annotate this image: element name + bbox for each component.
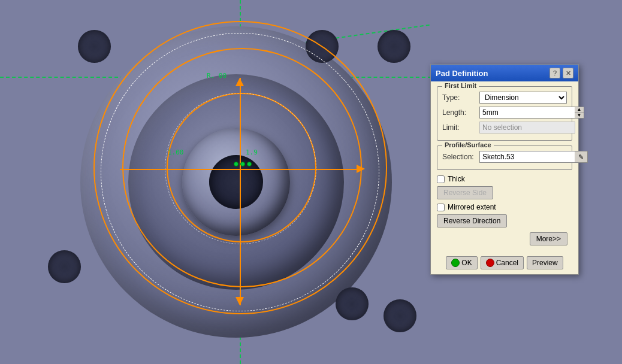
cad-dim-label-1: 1.00 <box>168 148 184 156</box>
mirrored-label: Mirrored extent <box>448 203 496 211</box>
selection-input[interactable] <box>479 151 575 163</box>
limit-label: Limit: <box>442 123 479 132</box>
length-label: Length: <box>442 108 479 117</box>
spinner-down-button[interactable]: ▼ <box>575 113 584 119</box>
cancel-button[interactable]: Cancel <box>481 256 524 269</box>
white-dashed-circle-2 <box>165 93 316 244</box>
profile-surface-group: Profile/Surface Selection: ✎ <box>437 145 572 170</box>
cad-dim-label-3: R. 00 <box>207 72 227 80</box>
limit-row: Limit: <box>442 122 567 134</box>
cancel-dot-icon <box>486 259 494 267</box>
more-btn-row: More>> <box>437 232 572 248</box>
dialog-titlebar: Pad Definition ? ✕ <box>431 65 578 81</box>
preview-button[interactable]: Preview <box>527 256 563 269</box>
length-spinner: ▲ ▼ <box>479 107 584 119</box>
cad-small-hole-6 <box>384 299 416 332</box>
pad-definition-dialog: Pad Definition ? ✕ First Limit Type: Dim… <box>430 64 579 275</box>
titlebar-buttons: ? ✕ <box>549 68 573 78</box>
help-button[interactable]: ? <box>549 68 560 78</box>
cad-small-hole-3 <box>378 30 410 63</box>
length-input[interactable] <box>479 107 575 119</box>
ok-button[interactable]: OK <box>446 256 477 269</box>
reverse-direction-button[interactable]: Reverse Direction <box>437 214 507 228</box>
dialog-title: Pad Definition <box>436 69 488 78</box>
more-button[interactable]: More>> <box>530 232 567 245</box>
dialog-content: First Limit Type: Dimension Up to Next U… <box>431 81 578 253</box>
selection-row: Selection: ✎ <box>442 151 567 163</box>
type-select[interactable]: Dimension Up to Next Up to Last Up to Pl… <box>479 92 567 104</box>
close-button[interactable]: ✕ <box>563 68 573 78</box>
cad-annotation <box>234 162 252 166</box>
limit-input <box>479 122 575 134</box>
spinner-controls: ▲ ▼ <box>575 107 584 119</box>
type-label: Type: <box>442 93 479 102</box>
mirrored-row: Mirrored extent <box>437 203 572 211</box>
cad-small-hole-1 <box>78 30 111 63</box>
type-row: Type: Dimension Up to Next Up to Last Up… <box>442 92 567 104</box>
selection-edit-button[interactable]: ✎ <box>575 151 588 163</box>
selection-label: Selection: <box>442 153 479 161</box>
reverse-side-wrapper: Reverse Side <box>437 186 572 199</box>
cad-dim-label-2: 1.9 <box>246 148 258 156</box>
profile-surface-title: Profile/Surface <box>442 141 494 148</box>
reverse-direction-wrapper: Reverse Direction <box>437 214 572 228</box>
first-limit-group: First Limit Type: Dimension Up to Next U… <box>437 86 572 141</box>
length-row: Length: ▲ ▼ <box>442 107 567 119</box>
mirrored-checkbox[interactable] <box>437 204 445 211</box>
ok-dot-icon <box>451 259 460 267</box>
thick-row: Thick <box>437 175 572 183</box>
thick-checkbox[interactable] <box>437 175 445 183</box>
thick-label: Thick <box>448 175 465 183</box>
reverse-side-button[interactable]: Reverse Side <box>437 186 493 199</box>
cad-small-hole-5 <box>336 287 369 320</box>
cad-small-hole-4 <box>48 250 81 283</box>
first-limit-title: First Limit <box>442 82 479 89</box>
ok-cancel-row: OK Cancel Preview <box>431 253 578 274</box>
selection-field-wrapper: ✎ <box>479 151 588 163</box>
